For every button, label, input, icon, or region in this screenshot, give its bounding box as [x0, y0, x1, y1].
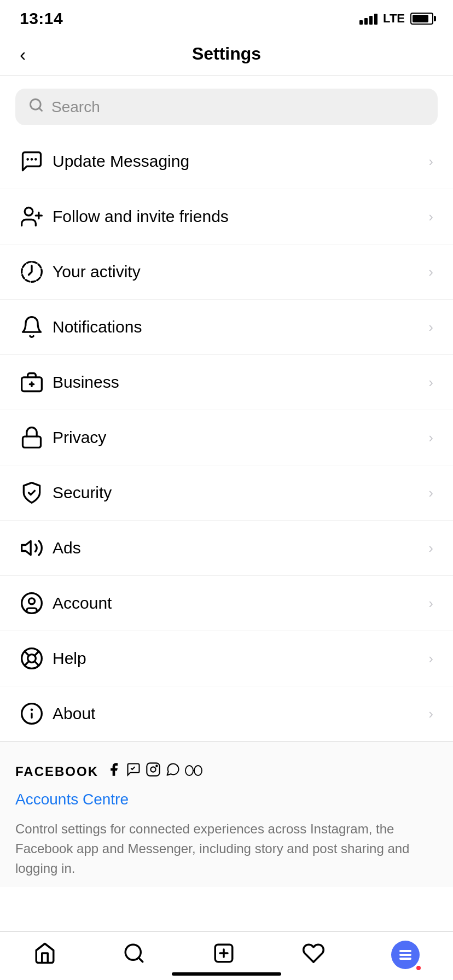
menu-item-about[interactable]: About › [0, 686, 453, 742]
menu-item-help[interactable]: Help › [0, 631, 453, 686]
settings-menu: Update Messaging › Follow and invite fri… [0, 134, 453, 742]
status-right: LTE [359, 11, 433, 26]
svg-point-25 [156, 765, 157, 766]
quest-icon [185, 763, 202, 780]
lte-label: LTE [383, 11, 405, 26]
menu-label-notifications: Notifications [53, 318, 428, 336]
svg-point-24 [150, 767, 155, 772]
chevron-icon: › [428, 650, 433, 667]
home-indicator [172, 972, 281, 976]
messenger-icon [126, 762, 141, 781]
svg-line-18 [34, 652, 38, 655]
chevron-icon: › [428, 540, 433, 557]
menu-label-ads: Ads [53, 539, 428, 557]
accounts-centre-description: Control settings for connected experienc… [15, 819, 438, 878]
menu-label-account: Account [53, 594, 428, 612]
svg-point-12 [29, 598, 35, 604]
battery-icon [410, 13, 433, 25]
menu-label-update-messaging: Update Messaging [53, 152, 428, 171]
facebook-icon [106, 762, 121, 781]
nav-item-profile[interactable] [391, 941, 420, 969]
status-time: 13:14 [20, 9, 63, 28]
svg-line-30 [139, 958, 143, 962]
header: ‹ Settings [0, 33, 453, 75]
nav-item-search[interactable] [123, 942, 146, 968]
svg-line-15 [25, 651, 29, 656]
menu-item-business[interactable]: Business › [0, 355, 453, 410]
account-icon [20, 591, 53, 615]
profile-notification-dot [416, 966, 421, 970]
svg-marker-10 [22, 541, 31, 555]
back-button[interactable]: ‹ [20, 45, 26, 63]
menu-item-update-messaging[interactable]: Update Messaging › [0, 134, 453, 189]
menu-label-help: Help [53, 649, 428, 668]
search-placeholder: Search [51, 98, 100, 116]
menu-item-account[interactable]: Account › [0, 576, 453, 631]
menu-label-follow-invite: Follow and invite friends [53, 207, 428, 226]
bell-icon [20, 315, 53, 339]
chevron-icon: › [428, 264, 433, 281]
search-icon [28, 97, 44, 116]
brand-icons [106, 762, 202, 781]
chevron-icon: › [428, 595, 433, 612]
chevron-icon: › [428, 374, 433, 391]
menu-item-ads[interactable]: Ads › [0, 521, 453, 576]
svg-line-16 [34, 661, 39, 666]
chevron-icon: › [428, 208, 433, 225]
follow-icon [20, 205, 53, 229]
page-title: Settings [192, 44, 261, 64]
svg-point-26 [185, 766, 193, 775]
svg-point-11 [22, 593, 42, 614]
profile-avatar [391, 941, 420, 969]
activity-icon [20, 260, 53, 284]
chevron-icon: › [428, 485, 433, 501]
menu-label-privacy: Privacy [53, 428, 428, 447]
lock-icon [20, 425, 53, 450]
home-icon [33, 942, 56, 968]
ads-icon [20, 536, 53, 560]
chevron-icon: › [428, 319, 433, 336]
menu-item-security[interactable]: Security › [0, 465, 453, 521]
search-nav-icon [123, 942, 146, 968]
search-bar[interactable]: Search [15, 89, 438, 125]
accounts-centre-link[interactable]: Accounts Centre [15, 791, 438, 808]
menu-label-your-activity: Your activity [53, 262, 428, 281]
help-icon [20, 646, 53, 670]
svg-point-27 [194, 766, 202, 775]
menu-item-follow-invite[interactable]: Follow and invite friends › [0, 189, 453, 244]
search-container: Search [0, 75, 453, 134]
status-bar: 13:14 LTE [0, 0, 453, 33]
menu-label-business: Business [53, 373, 428, 392]
facebook-brand-text: FACEBOOK [15, 764, 98, 779]
menu-item-notifications[interactable]: Notifications › [0, 300, 453, 355]
shield-icon [20, 481, 53, 505]
svg-line-19 [25, 661, 29, 666]
heart-icon [302, 942, 325, 968]
new-post-icon [212, 942, 235, 968]
whatsapp-icon [165, 762, 181, 781]
messaging-icon [20, 149, 53, 173]
menu-item-your-activity[interactable]: Your activity › [0, 244, 453, 300]
info-icon [20, 702, 53, 726]
chevron-icon: › [428, 705, 433, 722]
signal-icon [359, 13, 378, 25]
facebook-section: FACEBOOK [0, 742, 453, 887]
chevron-icon: › [428, 429, 433, 446]
svg-rect-9 [23, 436, 41, 447]
facebook-brand-row: FACEBOOK [15, 762, 438, 781]
nav-item-activity[interactable] [302, 942, 325, 968]
nav-item-home[interactable] [33, 942, 56, 968]
business-icon [20, 370, 53, 394]
menu-item-privacy[interactable]: Privacy › [0, 410, 453, 465]
svg-point-2 [25, 208, 33, 216]
svg-line-1 [39, 108, 42, 110]
menu-label-security: Security [53, 483, 428, 502]
instagram-icon [146, 762, 161, 781]
chevron-icon: › [428, 153, 433, 170]
menu-label-about: About [53, 704, 428, 723]
nav-item-new-post[interactable] [212, 942, 235, 968]
svg-rect-23 [147, 763, 159, 775]
